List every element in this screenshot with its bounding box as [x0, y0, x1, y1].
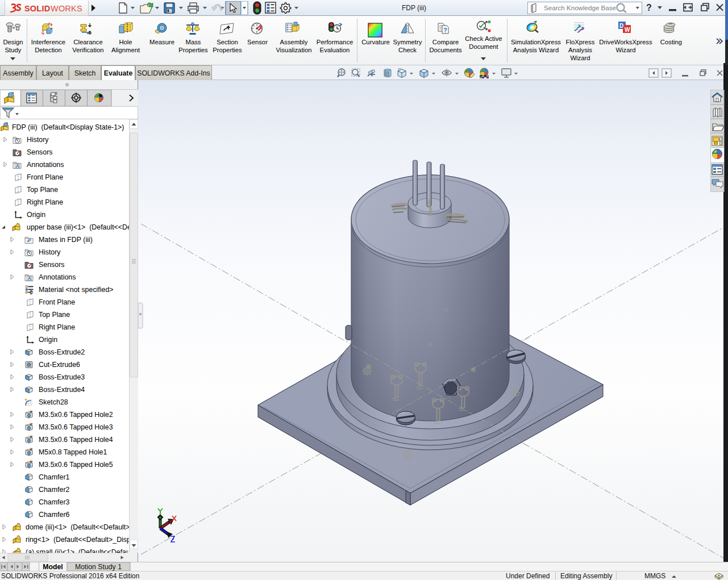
svg-text:W: W: [625, 27, 630, 33]
svg-text:Document: Document: [469, 43, 498, 50]
svg-text:Front Plane: Front Plane: [27, 173, 63, 181]
svg-text:M3.5x0.6 Tapped Hole5: M3.5x0.6 Tapped Hole5: [39, 461, 113, 469]
svg-text:FDP (iii) (Default<Display St: FDP (iii) (Default<Display State-1>): [12, 123, 124, 131]
svg-text:Alignment: Alignment: [111, 47, 140, 53]
svg-text:Costing: Costing: [660, 39, 682, 45]
svg-text:SimulationXpress: SimulationXpress: [511, 39, 561, 45]
svg-text:Top Plane: Top Plane: [27, 186, 58, 194]
svg-text:Design: Design: [3, 39, 23, 45]
svg-text:Section: Section: [217, 39, 238, 45]
svg-text:(a) small (ii)<1> (Default<<D: (a) small (ii)<1> (Default<<Defaul: [26, 548, 129, 553]
svg-text:Curvature: Curvature: [361, 39, 390, 45]
svg-text:?: ?: [443, 27, 447, 34]
svg-text:Motion Study 1: Motion Study 1: [75, 563, 122, 571]
svg-text:FloXpress: FloXpress: [566, 39, 595, 45]
svg-text:Check Active: Check Active: [465, 35, 502, 42]
svg-text:M3.5x0.6 Tapped Hole3: M3.5x0.6 Tapped Hole3: [39, 423, 113, 431]
svg-text:Assembly: Assembly: [280, 39, 308, 45]
svg-text:Right Plane: Right Plane: [27, 198, 63, 206]
svg-text:Sketch28: Sketch28: [39, 398, 68, 406]
svg-text:Sensors: Sensors: [27, 148, 52, 156]
svg-text:Chamfer6: Chamfer6: [39, 511, 70, 519]
svg-text:SOLID: SOLID: [24, 4, 50, 13]
svg-text:Study: Study: [5, 47, 22, 53]
svg-text:Sensor: Sensor: [247, 39, 268, 45]
svg-text:Boss-Extrude4: Boss-Extrude4: [39, 386, 85, 394]
svg-text:Origin: Origin: [27, 211, 45, 219]
svg-text:Wizard: Wizard: [570, 55, 590, 61]
svg-text:WORKS: WORKS: [51, 4, 82, 13]
svg-text:Check: Check: [398, 47, 417, 53]
svg-text:Top Plane: Top Plane: [39, 311, 70, 319]
svg-text:upper base (iii)<1> (Default<: upper base (iii)<1> (Default<<Defa: [27, 223, 129, 231]
svg-text:History: History: [39, 248, 61, 256]
svg-text:Interference: Interference: [31, 39, 65, 45]
svg-text:Properties: Properties: [213, 47, 242, 53]
svg-text:Visualization: Visualization: [276, 47, 311, 53]
svg-text:Right Plane: Right Plane: [39, 323, 75, 331]
svg-text:Search Knowledge Base: Search Knowledge Base: [544, 4, 616, 11]
svg-text:Model: Model: [43, 563, 63, 571]
svg-text:Detection: Detection: [35, 47, 62, 53]
svg-text:Chamfer3: Chamfer3: [39, 498, 70, 506]
svg-text:Material <not specified>: Material <not specified>: [39, 286, 114, 294]
svg-text:D: D: [619, 23, 623, 29]
svg-text:History: History: [27, 136, 49, 144]
svg-text:DriveWorksXpress: DriveWorksXpress: [599, 39, 652, 45]
svg-text:Front Plane: Front Plane: [39, 298, 75, 306]
svg-text:Annotations: Annotations: [27, 161, 64, 169]
svg-text:Evaluation: Evaluation: [320, 47, 350, 53]
svg-text:M3.5x0.6 Tapped Hole2: M3.5x0.6 Tapped Hole2: [39, 411, 113, 419]
svg-text:Measure: Measure: [149, 39, 174, 45]
svg-text:Mates in FDP (iii): Mates in FDP (iii): [39, 236, 93, 244]
svg-text:Chamfer1: Chamfer1: [39, 473, 70, 481]
svg-text:Cut-Extrude6: Cut-Extrude6: [39, 361, 80, 369]
svg-text:Verification: Verification: [72, 47, 103, 53]
svg-text:M3.5x0.6 Tapped Hole4: M3.5x0.6 Tapped Hole4: [39, 436, 113, 444]
svg-text:Analysis Wizard: Analysis Wizard: [513, 47, 559, 53]
svg-text:Wizard: Wizard: [615, 47, 635, 53]
svg-text:ring<1> (Default<<Default>_Di: ring<1> (Default<<Default>_Displ: [26, 536, 129, 544]
svg-text:?: ?: [646, 3, 652, 12]
svg-text:Boss-Extrude2: Boss-Extrude2: [39, 348, 85, 356]
svg-text:Compare: Compare: [432, 39, 459, 45]
svg-text:Properties: Properties: [178, 47, 208, 53]
svg-text:Annotations: Annotations: [39, 273, 76, 281]
svg-text:dome (iii)<1> (Default<<Defau: dome (iii)<1> (Default<<Default>_: [26, 523, 129, 531]
svg-text:Mass: Mass: [186, 39, 201, 45]
svg-text:Hole: Hole: [119, 39, 132, 45]
svg-text:Boss-Extrude3: Boss-Extrude3: [39, 373, 85, 381]
svg-text:M5x0.8 Tapped Hole1: M5x0.8 Tapped Hole1: [39, 448, 107, 456]
svg-text:Symmetry: Symmetry: [393, 39, 422, 45]
svg-text:Documents: Documents: [429, 47, 461, 53]
svg-text:Chamfer2: Chamfer2: [39, 486, 70, 494]
svg-text:Sensors: Sensors: [39, 261, 64, 269]
svg-text:Performance: Performance: [317, 39, 353, 45]
svg-text:Analysis: Analysis: [568, 47, 592, 53]
svg-text:Origin: Origin: [39, 336, 57, 344]
svg-text:Clearance: Clearance: [73, 39, 103, 45]
